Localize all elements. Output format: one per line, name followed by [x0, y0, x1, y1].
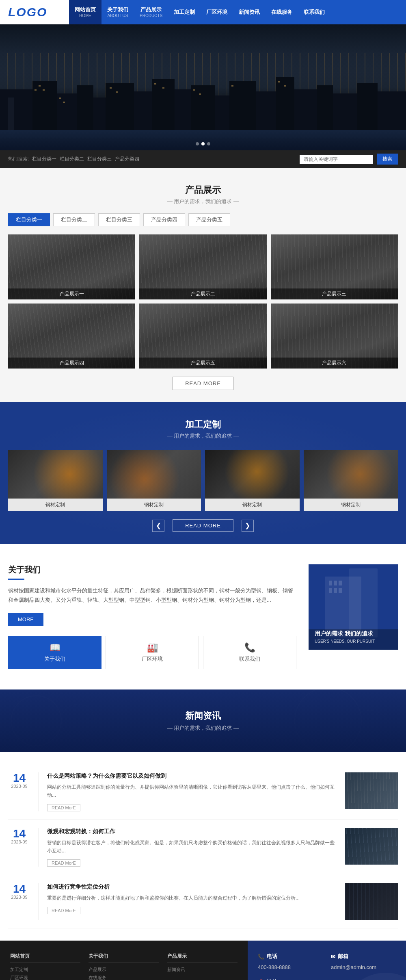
about-icon-about[interactable]: 📖 关于我们 — [8, 636, 102, 669]
svg-rect-39 — [339, 581, 342, 585]
news-date-0: 14 2023-09 — [8, 772, 30, 789]
svg-rect-28 — [162, 87, 164, 89]
svg-rect-20 — [35, 89, 37, 91]
contact-phone-block: 📞 电话 400-888-8888 — [258, 953, 323, 970]
nav-about-zh: 关于我们 — [107, 6, 128, 13]
processing-card-0[interactable]: 钢材定制 — [8, 450, 103, 511]
footer-left: 网站首页 加工定制 厂区环境 新闻资讯 关于我们 产品展示 在线服务 联系我们 … — [0, 941, 248, 980]
hot-item-2[interactable]: 栏目分类二 — [60, 156, 84, 163]
processing-read-more[interactable]: READ MORE — [173, 519, 233, 532]
news-readmore-2[interactable]: READ MorE — [47, 907, 80, 914]
news-date-2: 14 2023-09 — [8, 883, 30, 900]
product-tab-4[interactable]: 产品分类五 — [188, 213, 230, 226]
email-icon: ✉ — [331, 954, 335, 960]
news-item-2: 14 2023-09 如何进行竞争性定位分析 重要的是进行详细分析，这样才能更好… — [8, 875, 398, 928]
product-card-5[interactable]: 产品展示六 — [271, 304, 398, 369]
product-card-2[interactable]: 产品展示三 — [271, 234, 398, 299]
footer-link-0-1[interactable]: 厂区环境 — [10, 975, 80, 980]
logo[interactable]: LOGO — [8, 5, 69, 19]
footer-link-0-0[interactable]: 加工定制 — [10, 967, 80, 973]
about-right: 用户的需求 我们的追求 USER'S NEEDS, OUR PURSUIT — [309, 564, 398, 650]
product-card-0[interactable]: 产品展示一 — [8, 234, 135, 299]
footer-col-title-1: 关于我们 — [89, 953, 159, 963]
product-card-4[interactable]: 产品展示五 — [139, 304, 266, 369]
next-arrow[interactable]: ❯ — [242, 520, 254, 532]
product-tab-2[interactable]: 栏目分类三 — [98, 213, 140, 226]
news-desc-0: 网站的分析工具能够追踪到你的流量行为、并提供你网站体验里的清晰图像，它让你看到访… — [47, 783, 337, 800]
search-button[interactable]: 搜索 — [377, 154, 398, 165]
contact-grid: 📞 电话 400-888-8888 ✉ 邮箱 admin@admin.com — [258, 953, 396, 970]
news-readmore-0[interactable]: READ MorE — [47, 804, 80, 811]
products-read-more[interactable]: READ MORE — [173, 377, 233, 390]
product-label-0: 产品展示一 — [8, 288, 135, 299]
news-day-0: 14 — [8, 772, 30, 784]
footer-col-1: 关于我们 产品展示 在线服务 联系我们 — [89, 953, 159, 980]
footer: 网站首页 加工定制 厂区环境 新闻资讯 关于我们 产品展示 在线服务 联系我们 … — [0, 941, 406, 980]
news-img-2 — [345, 883, 398, 920]
hot-item-4[interactable]: 产品分类四 — [115, 156, 139, 163]
about-more-btn[interactable]: MORE — [8, 613, 43, 626]
product-tab-1[interactable]: 栏目分类二 — [53, 213, 95, 226]
nav-products[interactable]: 产品展示 PRODUCTS — [134, 0, 168, 24]
product-card-3[interactable]: 产品展示四 — [8, 304, 135, 369]
dot-2[interactable] — [201, 142, 205, 145]
about-icon-symbol: 📖 — [13, 642, 97, 653]
nav-about[interactable]: 关于我们 ABOUT US — [102, 0, 134, 24]
product-label-2: 产品展示三 — [271, 288, 398, 299]
news-divider-0 — [39, 772, 39, 811]
about-img-text: 用户的需求 我们的追求 USER'S NEEDS, OUR PURSUIT — [315, 630, 392, 644]
nav-factory-zh: 厂区环境 — [206, 9, 227, 16]
about-icon-factory[interactable]: 🏭 厂区环境 — [106, 636, 199, 669]
product-card-1[interactable]: 产品展示二 — [139, 234, 266, 299]
products-subtitle: — 用户的需求，我们的追求 — — [8, 198, 398, 205]
about-icon-contact[interactable]: 📞 联系我们 — [203, 636, 296, 669]
nav-factory[interactable]: 厂区环境 — [201, 0, 233, 24]
footer-link-1-0[interactable]: 产品展示 — [89, 967, 159, 973]
nav-home-zh: 网站首页 — [75, 6, 96, 13]
product-tab-0[interactable]: 栏目分类一 — [8, 213, 50, 226]
prev-arrow[interactable]: ❮ — [152, 520, 164, 532]
footer-link-2-0[interactable]: 新闻资讯 — [167, 967, 238, 973]
processing-card-1[interactable]: 钢材定制 — [107, 450, 201, 511]
hot-label: 热门搜索: — [8, 156, 29, 163]
news-banner-title: 新闻资讯 — [8, 710, 398, 722]
news-divider-1 — [39, 828, 39, 867]
news-title-1[interactable]: 微观和宏观转换：如何工作 — [47, 828, 337, 835]
nav-home[interactable]: 网站首页 HOME — [69, 0, 102, 24]
footer-link-1-1[interactable]: 在线服务 — [89, 975, 159, 980]
hot-item-1[interactable]: 栏目分类一 — [32, 156, 56, 163]
nav-about-en: ABOUT US — [108, 13, 128, 18]
search-input[interactable] — [300, 155, 373, 164]
about-icon-label-0: 关于我们 — [13, 655, 97, 663]
processing-nav: ❮ READ MORE ❯ — [8, 519, 398, 532]
processing-title: 加工定制 — [8, 418, 398, 431]
about-factory-icon: 🏭 — [110, 642, 194, 653]
dot-1[interactable] — [196, 142, 199, 145]
processing-grid: 钢材定制 钢材定制 钢材定制 钢材定制 — [8, 450, 398, 511]
nav-processing[interactable]: 加工定制 — [168, 0, 201, 24]
news-title-2[interactable]: 如何进行竞争性定位分析 — [47, 883, 337, 891]
hot-item-3[interactable]: 栏目分类三 — [87, 156, 112, 163]
news-title-0[interactable]: 什么是网站策略？为什么你需要它以及如何做到 — [47, 772, 337, 780]
product-tab-3[interactable]: 产品分类四 — [143, 213, 185, 226]
hero-water — [0, 130, 406, 150]
about-icon-cards: 📖 关于我们 🏭 厂区环境 📞 联系我们 — [8, 636, 296, 669]
hero-buildings — [0, 77, 406, 138]
nav-contact[interactable]: 联系我们 — [298, 0, 330, 24]
svg-rect-31 — [231, 85, 233, 87]
svg-rect-27 — [154, 83, 156, 85]
nav-news[interactable]: 新闻资讯 — [233, 0, 266, 24]
news-banner-subtitle: — 用户的需求，我们的追求 — — [8, 724, 398, 732]
news-readmore-1[interactable]: READ MorE — [47, 859, 80, 867]
processing-card-3[interactable]: 钢材定制 — [304, 450, 398, 511]
nav-online[interactable]: 在线服务 — [266, 0, 298, 24]
news-desc-1: 营销的目标是获得潜在客户，将他们转化成买家。但是，如果我们只考虑整个购买价格链的… — [47, 839, 337, 855]
dot-3[interactable] — [207, 142, 210, 145]
nav-processing-zh: 加工定制 — [174, 9, 195, 16]
svg-rect-33 — [284, 85, 286, 87]
news-img-0 — [345, 772, 398, 809]
processing-label-3: 钢材定制 — [304, 499, 398, 511]
about-icon-label-1: 厂区环境 — [110, 655, 194, 663]
about-text: 钢材按国家建设和城市化水平分的量生特征，其应用广、品种繁多，根据断面形状的不同，… — [8, 586, 296, 605]
processing-card-2[interactable]: 钢材定制 — [205, 450, 300, 511]
